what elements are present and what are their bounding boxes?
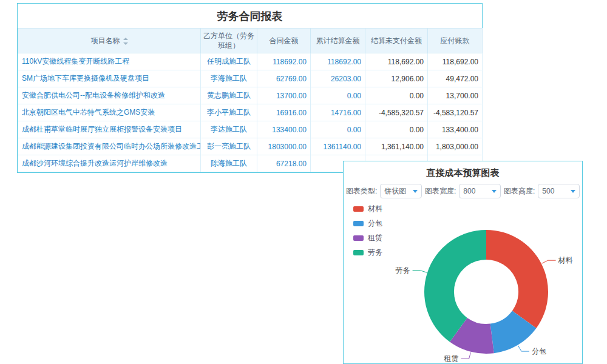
project-name-cell[interactable]: 成都沙河环境综合提升改造运河护岸维修改造 <box>18 155 201 172</box>
chart-height-value: 500 <box>542 187 554 195</box>
project-name-cell[interactable]: 成都能源建设集团投资有限公司临时办公场所装修改造工程EPC <box>18 138 201 155</box>
table-row: 安徽合肥供电公司--配电设备检修维护和改造黄志鹏施工队13700.000.000… <box>18 87 483 104</box>
table-row: 成都能源建设集团投资有限公司临时办公场所装修改造工程EPC彭一亮施工队18030… <box>18 138 483 155</box>
payable-cell: 1,803,000.00 <box>428 138 483 155</box>
legend-label: 劳务 <box>368 248 382 258</box>
table-row: 110kV安徽线程集变开断线路工程任明成施工队118692.00118692.0… <box>18 53 483 70</box>
report-title: 劳务合同报表 <box>18 4 482 28</box>
contract-amount-cell: 133400.00 <box>257 121 311 138</box>
table-row: SM广场地下车库更换摄像机及硬盘项目李海施工队62769.0026203.001… <box>18 70 483 87</box>
contract-amount-cell: 1803000.00 <box>257 138 311 155</box>
unpaid-amount-cell: 0.00 <box>365 121 428 138</box>
column-header-project-label: 项目名称 <box>91 36 120 45</box>
report-table-body: 110kV安徽线程集变开断线路工程任明成施工队118692.00118692.0… <box>18 53 483 172</box>
legend-item-材料[interactable]: 材料 <box>353 204 382 214</box>
project-name-cell[interactable]: 北京朝阳区电气中芯特气系统之GMS安装 <box>18 104 201 121</box>
pie-label: 分包 <box>532 347 546 356</box>
legend-marker-icon <box>353 235 364 241</box>
sort-icon[interactable] <box>123 38 128 45</box>
legend-label: 材料 <box>368 204 382 214</box>
legend-marker-icon <box>353 250 364 255</box>
pie-label: 材料 <box>558 256 573 265</box>
legend-marker-icon <box>353 206 364 212</box>
chevron-down-icon <box>571 190 575 193</box>
unpaid-amount-cell: 1,361,140.00 <box>365 138 428 155</box>
chart-type-label: 图表类型: <box>346 186 377 197</box>
contractor-cell: 黄志鹏施工队 <box>201 87 257 104</box>
settled-amount-cell: 0.00 <box>311 121 365 138</box>
legend-label: 分包 <box>368 218 382 229</box>
chart-type-value: 饼状图 <box>384 186 406 197</box>
pie-slice-材料[interactable] <box>486 230 548 328</box>
contractor-cell: 彭一亮施工队 <box>201 138 257 155</box>
project-name-cell[interactable]: 安徽合肥供电公司--配电设备检修维护和改造 <box>18 87 201 104</box>
legend-item-分包[interactable]: 分包 <box>353 218 382 229</box>
project-name-cell[interactable]: 成都杜甫草堂临时展厅独立展柜报警设备安装项目 <box>18 121 201 138</box>
pie-label-line <box>461 352 471 359</box>
column-header-settled-amount: 累计结算金额 <box>311 29 365 53</box>
contract-amount-cell: 16916.00 <box>257 104 311 121</box>
pie-label-line <box>518 346 529 351</box>
payable-cell: -4,583,120.57 <box>428 104 483 121</box>
contractor-cell: 任明成施工队 <box>201 53 257 70</box>
settled-amount-cell: 14716.00 <box>311 104 365 121</box>
column-header-unpaid-amount: 结算未支付金额 <box>365 29 428 53</box>
column-header-project[interactable]: 项目名称 <box>18 29 201 53</box>
column-header-payable: 应付账款 <box>428 29 483 53</box>
table-header-row: 项目名称 乙方单位（劳务班组） 合同金额 累计结算金额 结算未支付金额 应付账款 <box>18 29 483 53</box>
legend-marker-icon <box>353 221 364 226</box>
contractor-cell: 李海施工队 <box>201 70 257 87</box>
contractor-cell: 陈海施工队 <box>201 155 257 172</box>
table-row: 成都杜甫草堂临时展厅独立展柜报警设备安装项目李达施工队133400.000.00… <box>18 121 483 138</box>
settled-amount-cell: 1361140.00 <box>311 138 365 155</box>
contractor-cell: 李小平施工队 <box>201 104 257 121</box>
contract-amount-cell: 118692.00 <box>257 53 311 70</box>
chevron-down-icon <box>413 190 418 193</box>
direct-cost-budget-chart-panel: 直接成本预算图表 图表类型: 饼状图 图表宽度: 800 图表高度: 500 材… <box>343 161 583 364</box>
project-name-cell[interactable]: 110kV安徽线程集变开断线路工程 <box>18 53 201 70</box>
unpaid-amount-cell: 118,692.00 <box>365 53 428 70</box>
payable-cell: 133,400.00 <box>428 121 483 138</box>
settled-amount-cell: 118692.00 <box>311 53 365 70</box>
legend-item-劳务[interactable]: 劳务 <box>353 248 382 258</box>
chart-width-label: 图表宽度: <box>425 186 456 197</box>
report-table: 项目名称 乙方单位（劳务班组） 合同金额 累计结算金额 结算未支付金额 应付账款… <box>18 28 483 172</box>
chart-width-value: 800 <box>463 187 475 195</box>
pie-label: 劳务 <box>396 266 410 275</box>
legend-label: 租赁 <box>368 233 382 243</box>
pie-label: 租赁 <box>444 354 459 363</box>
project-name-cell[interactable]: SM广场地下车库更换摄像机及硬盘项目 <box>18 70 201 87</box>
chart-height-label: 图表高度: <box>504 186 535 197</box>
table-row: 北京朝阳区电气中芯特气系统之GMS安装李小平施工队16916.0014716.0… <box>18 104 483 121</box>
pie-label-line <box>413 271 427 272</box>
labor-contract-report-panel: 劳务合同报表 项目名称 乙方单位（劳务班组） 合同金额 累计结算金额 结算未支付… <box>17 3 483 173</box>
legend-item-租赁[interactable]: 租赁 <box>353 233 382 243</box>
payable-cell: 13,700.00 <box>428 87 483 104</box>
unpaid-amount-cell: -4,585,320.57 <box>365 104 428 121</box>
column-header-contractor: 乙方单位（劳务班组） <box>201 29 257 53</box>
settled-amount-cell: 26203.00 <box>311 70 365 87</box>
chart-title: 直接成本预算图表 <box>344 161 582 184</box>
chevron-down-icon <box>492 190 497 193</box>
payable-cell: 118,692.00 <box>428 53 483 70</box>
chart-legend: 材料分包租赁劳务 <box>353 204 382 262</box>
settled-amount-cell: 0.00 <box>311 87 365 104</box>
unpaid-amount-cell: 12,906.00 <box>365 70 428 87</box>
column-header-contract-amount: 合同金额 <box>257 29 311 53</box>
pie-label-line <box>542 260 556 263</box>
payable-cell: 49,472.00 <box>428 70 483 87</box>
unpaid-amount-cell: 0.00 <box>365 87 428 104</box>
contract-amount-cell: 67218.00 <box>257 155 311 172</box>
contractor-cell: 李达施工队 <box>201 121 257 138</box>
contract-amount-cell: 62769.00 <box>257 70 311 87</box>
contract-amount-cell: 13700.00 <box>257 87 311 104</box>
